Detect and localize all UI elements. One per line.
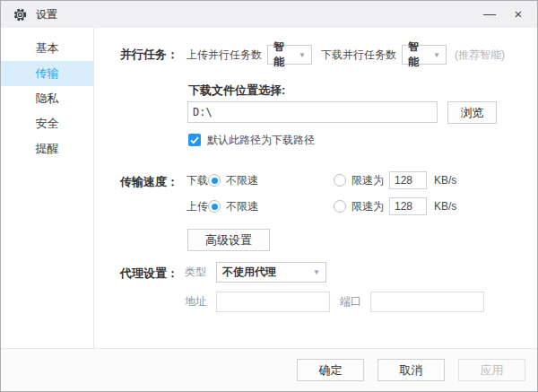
upload-limited-radio[interactable] [334, 200, 346, 213]
speed-section-label: 传输速度： [120, 174, 178, 190]
upload-parallel-label: 上传并行任务数 [187, 48, 262, 63]
cancel-button[interactable]: 取消 [377, 359, 445, 381]
upload-limited-label: 限速为 [351, 199, 384, 214]
upload-unlimited-radio[interactable] [208, 200, 221, 213]
sidebar-item-security[interactable]: 安全 [1, 111, 93, 136]
parallel-hint: (推荐智能) [455, 48, 505, 63]
default-path-checkbox[interactable] [188, 134, 201, 146]
download-limited-label: 限速为 [351, 173, 384, 188]
upload-speed-label: 上传 [187, 199, 208, 214]
sidebar: 基本 传输 隐私 安全 提醒 [1, 28, 94, 348]
sidebar-item-reminder[interactable]: 提醒 [1, 136, 93, 161]
proxy-address-input[interactable] [216, 292, 330, 312]
proxy-port-label: 端口 [340, 294, 361, 309]
proxy-address-row: 地址 端口 [185, 292, 484, 312]
download-location-label: 下载文件位置选择: [188, 83, 285, 99]
apply-button[interactable]: 应用 [458, 359, 525, 381]
download-parallel-label: 下载并行任务数 [321, 48, 396, 63]
close-button[interactable]: × [505, 1, 532, 26]
download-unlimited-radio[interactable] [208, 174, 221, 187]
sidebar-item-transfer[interactable]: 传输 [1, 61, 93, 86]
settings-window: 设置 — × 基本 传输 隐私 安全 提醒 并行任务： 上传并行任务数 智能 ▼… [0, 0, 538, 392]
chevron-down-icon: ▼ [308, 268, 320, 276]
download-speed-label: 下载 [187, 173, 208, 188]
proxy-type-row: 类型 不使用代理 ▼ [185, 262, 326, 283]
browse-button[interactable]: 浏览 [447, 101, 497, 124]
parallel-tasks-row: 上传并行任务数 智能 ▼ 下载并行任务数 智能 ▼ (推荐智能) [187, 44, 505, 65]
proxy-type-select[interactable]: 不使用代理 ▼ [216, 262, 326, 283]
sidebar-item-privacy[interactable]: 隐私 [1, 86, 93, 111]
upload-speed-row: 上传 不限速 限速为 KB/s [187, 197, 456, 215]
upload-unit-label: KB/s [434, 200, 456, 213]
download-unlimited-label: 不限速 [226, 173, 334, 188]
download-parallel-select[interactable]: 智能 ▼ [402, 45, 447, 65]
chevron-down-icon: ▼ [428, 51, 440, 59]
download-limited-radio[interactable] [334, 174, 346, 187]
window-title: 设置 [36, 7, 57, 22]
download-speed-row: 下载 不限速 限速为 KB/s [187, 171, 456, 189]
footer: 确定 取消 应用 [1, 348, 537, 392]
minimize-button[interactable]: — [476, 1, 503, 26]
upload-parallel-select[interactable]: 智能 ▼ [267, 45, 312, 65]
proxy-type-label: 类型 [185, 265, 206, 280]
check-icon [190, 136, 199, 144]
gear-icon [13, 7, 28, 22]
upload-unlimited-label: 不限速 [226, 199, 334, 214]
default-path-label: 默认此路径为下载路径 [207, 133, 315, 148]
proxy-port-input[interactable] [370, 292, 484, 312]
ok-button[interactable]: 确定 [297, 359, 364, 381]
chevron-down-icon: ▼ [293, 51, 306, 59]
proxy-section-label: 代理设置： [120, 266, 178, 282]
upload-limit-input[interactable] [389, 197, 427, 215]
parallel-section-label: 并行任务： [120, 47, 178, 63]
default-path-row: 默认此路径为下载路径 [188, 133, 315, 147]
download-path-input[interactable] [187, 101, 438, 123]
proxy-address-label: 地址 [185, 294, 206, 309]
download-limit-input[interactable] [389, 171, 427, 189]
titlebar: 设置 — × [1, 1, 537, 28]
sidebar-item-basic[interactable]: 基本 [1, 36, 93, 61]
download-unit-label: KB/s [434, 174, 456, 187]
advanced-settings-button[interactable]: 高级设置 [187, 229, 270, 251]
